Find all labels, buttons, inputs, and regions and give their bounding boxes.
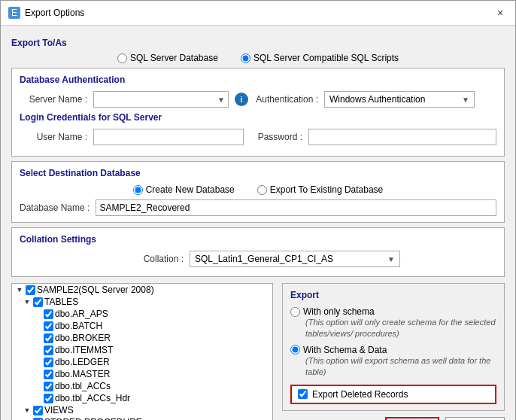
database-authentication-group: Database Authentication Server Name : ▼ … <box>11 68 505 157</box>
tree-item[interactable]: dbo.tbl_ACCs <box>12 380 272 392</box>
tree-checkbox-views[interactable] <box>33 406 43 415</box>
tree-checkbox-6[interactable] <box>44 358 53 367</box>
info-button[interactable]: i <box>235 93 248 106</box>
export-deleted-checkbox[interactable] <box>298 389 308 399</box>
database-authentication-title: Database Authentication <box>20 75 496 85</box>
radio-schema-only[interactable]: With only schema <box>290 306 496 317</box>
tree-checkbox-0[interactable] <box>26 285 35 295</box>
tree-checkbox-sp[interactable] <box>33 418 43 421</box>
dialog-content: Export To/As SQL Server Database SQL Ser… <box>1 26 515 420</box>
export-options-dialog: E Export Options × Export To/As SQL Serv… <box>0 0 516 420</box>
close-button[interactable]: × <box>493 5 508 20</box>
auth-arrow: ▼ <box>462 96 469 104</box>
tree-item[interactable]: dbo.MASTER <box>12 368 272 380</box>
radio-schema-data[interactable]: With Schema & Data <box>290 345 496 355</box>
expander-views: ▼ <box>23 406 32 415</box>
radio-sql-server-db[interactable]: SQL Server Database <box>117 53 218 63</box>
tree-item[interactable]: dbo.BATCH <box>12 320 272 332</box>
database-name-label: Database Name : <box>20 202 90 213</box>
tree-item[interactable]: dbo.AR_APS <box>12 308 272 320</box>
tree-item[interactable]: dbo.tbl_ACCs_Hdr <box>12 392 272 404</box>
tree-checkbox-1[interactable] <box>33 297 43 307</box>
server-name-arrow: ▼ <box>217 96 225 104</box>
server-name-row: Server Name : ▼ i Authentication : Windo… <box>20 91 496 108</box>
destination-database-title: Select Destination Database <box>20 168 496 178</box>
export-toas-label: Export To/As <box>11 38 505 48</box>
export-group-title: Export <box>290 290 496 300</box>
collation-arrow: ▼ <box>387 255 395 263</box>
username-label: User Name : <box>20 132 87 142</box>
app-icon: E <box>8 7 20 19</box>
export-deleted-label: Export Deleted Records <box>312 389 408 400</box>
tree-panel[interactable]: ▼ SAMPLE2(SQL Server 2008) ▼ TABLES dbo.… <box>11 283 273 420</box>
export-group: Export With only schema (This option wil… <box>282 283 505 411</box>
collation-row: Collation : SQL_Latin1_General_CP1_CI_AS… <box>20 251 496 267</box>
dialog-title: Export Options <box>25 8 84 18</box>
bottom-section: ▼ SAMPLE2(SQL Server 2008) ▼ TABLES dbo.… <box>11 283 505 420</box>
radio-create-new[interactable]: Create New Database <box>133 184 235 195</box>
export-toas-options: SQL Server Database SQL Server Compatibl… <box>11 53 505 63</box>
database-name-input[interactable] <box>96 199 496 216</box>
export-schema-only-option: With only schema (This option will only … <box>290 306 496 340</box>
export-schema-data-option: With Schema & Data (This option will exp… <box>290 345 496 379</box>
schema-only-desc: (This option will only create schema for… <box>305 317 496 340</box>
destination-options-row: Create New Database Export To Existing D… <box>20 184 496 195</box>
tree-checkbox-9[interactable] <box>44 394 53 403</box>
tree-item[interactable]: dbo.ITEMMST <box>12 344 272 356</box>
collation-settings-title: Collation Settings <box>20 234 496 245</box>
tree-item[interactable]: ▼ STORED PROCEDURE <box>12 416 272 420</box>
tree-checkbox-2[interactable] <box>44 309 53 319</box>
password-input[interactable] <box>308 129 496 145</box>
database-name-row: Database Name : <box>20 199 496 216</box>
titlebar-left: E Export Options <box>8 7 84 19</box>
cancel-button[interactable]: Cancel <box>445 417 505 420</box>
tree-checkbox-8[interactable] <box>44 382 53 391</box>
tree-checkbox-7[interactable] <box>44 370 53 379</box>
expander-0: ▼ <box>15 285 24 294</box>
login-credentials-title: Login Credentials for SQL Server <box>20 112 496 123</box>
username-input[interactable] <box>93 129 244 145</box>
tree-item[interactable]: dbo.BROKER <box>12 332 272 344</box>
tree-checkbox-3[interactable] <box>44 321 53 331</box>
titlebar: E Export Options × <box>1 1 515 26</box>
auth-row: Authentication : Windows Authentication … <box>254 91 475 108</box>
password-label: Password : <box>250 132 302 142</box>
destination-database-group: Select Destination Database Create New D… <box>11 161 505 223</box>
tree-checkbox-5[interactable] <box>44 345 53 355</box>
authentication-combo[interactable]: Windows Authentication ▼ <box>324 91 475 108</box>
tree-checkbox-4[interactable] <box>44 333 53 343</box>
credentials-row: User Name : Password : <box>20 129 496 145</box>
schema-data-desc: (This option will export schema as well … <box>305 355 496 379</box>
expander-1: ▼ <box>23 297 32 306</box>
export-deleted-records-row: Export Deleted Records <box>290 385 496 404</box>
radio-sql-scripts[interactable]: SQL Server Compatible SQL Scripts <box>241 53 399 63</box>
tree-item[interactable]: ▼ SAMPLE2(SQL Server 2008) <box>12 284 272 296</box>
authentication-label: Authentication : <box>254 94 318 105</box>
button-row: Save Cancel <box>282 417 505 420</box>
server-name-label: Server Name : <box>20 94 87 105</box>
tree-item[interactable]: ▼ TABLES <box>12 296 272 308</box>
collation-label: Collation : <box>116 254 184 264</box>
tree-item[interactable]: dbo.LEDGER <box>12 356 272 368</box>
server-name-combo[interactable]: ▼ <box>93 91 229 108</box>
radio-export-existing[interactable]: Export To Existing Database <box>257 184 384 195</box>
collation-combo[interactable]: SQL_Latin1_General_CP1_CI_AS ▼ <box>190 251 400 267</box>
save-button[interactable]: Save <box>385 417 439 420</box>
collation-settings-group: Collation Settings Collation : SQL_Latin… <box>11 227 505 277</box>
tree-item[interactable]: ▼ VIEWS <box>12 404 272 416</box>
right-panel: Export With only schema (This option wil… <box>273 283 505 420</box>
